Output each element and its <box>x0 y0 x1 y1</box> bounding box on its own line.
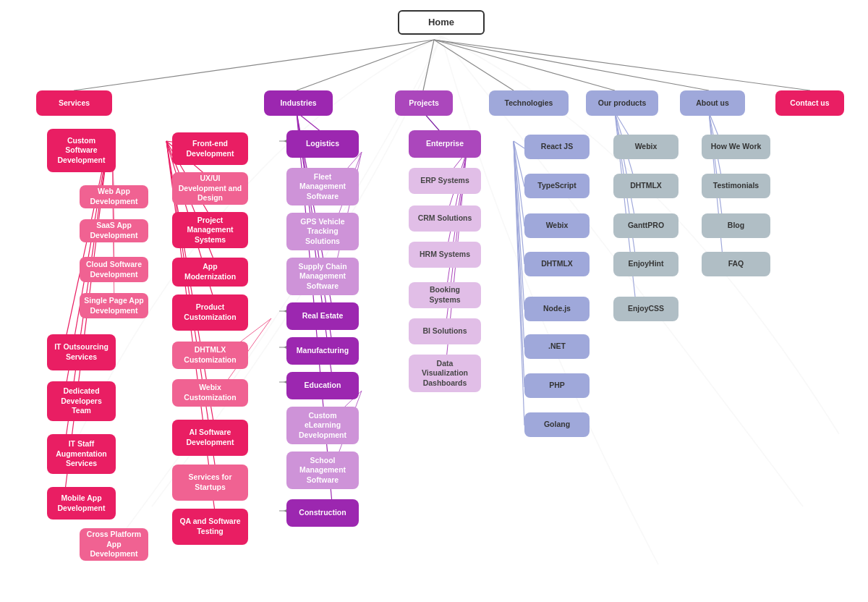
service-webix-custom[interactable]: Webix Customization <box>172 379 248 407</box>
project-bi[interactable]: BI Solutions <box>409 318 481 344</box>
service-dhtmlx-custom[interactable]: DHTMLX Customization <box>172 342 248 369</box>
industry-supply-chain[interactable]: Supply Chain Management Software <box>286 258 359 295</box>
service-single-page[interactable]: Single Page App Development <box>80 293 148 318</box>
industry-logistics[interactable]: Logistics <box>286 130 359 158</box>
project-enterprise[interactable]: Enterprise <box>409 130 481 158</box>
site-map-chart: Home Services Industries Projects Techno… <box>7 0 861 579</box>
industry-construction[interactable]: Construction <box>286 499 359 527</box>
svg-line-46 <box>514 141 524 264</box>
service-mobile-app[interactable]: Mobile App Development <box>47 487 116 520</box>
nav-technologies[interactable]: Technologies <box>489 90 569 116</box>
project-data-viz[interactable]: Data Visualization Dashboards <box>409 355 481 392</box>
svg-line-3 <box>434 40 514 90</box>
service-saas-app[interactable]: SaaS App Development <box>80 219 148 242</box>
svg-line-8 <box>62 141 109 355</box>
svg-line-48 <box>514 141 524 347</box>
tech-golang[interactable]: Golang <box>524 412 590 437</box>
project-booking[interactable]: Booking Systems <box>409 282 481 308</box>
svg-line-47 <box>514 141 524 310</box>
tech-php[interactable]: PHP <box>524 373 590 398</box>
product-ganttpro[interactable]: GanttPRO <box>613 213 678 238</box>
service-app-modern[interactable]: App Modernization <box>172 258 248 287</box>
svg-line-58 <box>709 112 723 226</box>
tech-webix[interactable]: Webix <box>524 213 590 238</box>
svg-line-49 <box>514 141 524 387</box>
nav-projects[interactable]: Projects <box>395 90 453 116</box>
service-frontend[interactable]: Front-end Development <box>172 132 248 165</box>
svg-line-5 <box>434 40 709 90</box>
service-product-custom[interactable]: Product Customization <box>172 294 248 331</box>
svg-line-44 <box>514 141 524 187</box>
tech-dotnet[interactable]: .NET <box>524 334 590 359</box>
project-crm[interactable]: CRM Solutions <box>409 205 481 232</box>
service-cloud-software[interactable]: Cloud Software Development <box>80 257 148 282</box>
nav-industries[interactable]: Industries <box>264 90 333 116</box>
nav-about-us[interactable]: About us <box>680 90 745 116</box>
project-erp[interactable]: ERP Systems <box>409 168 481 194</box>
product-dhtmlx[interactable]: DHTMLX <box>613 174 678 198</box>
project-hrm[interactable]: HRM Systems <box>409 242 481 268</box>
svg-line-50 <box>514 141 524 425</box>
industry-gps-vehicle[interactable]: GPS Vehicle Tracking Solutions <box>286 213 359 250</box>
service-ai-software[interactable]: AI Software Development <box>172 420 248 456</box>
tech-react-js[interactable]: React JS <box>524 135 590 159</box>
service-custom-software[interactable]: Custom Software Development <box>47 129 116 172</box>
service-it-staff[interactable]: IT Staff Augmentation Services <box>47 434 116 474</box>
industry-school-mgmt[interactable]: School Management Software <box>286 452 359 489</box>
product-enjoyhint[interactable]: EnjoyHint <box>613 252 678 276</box>
industry-fleet-mgmt[interactable]: Fleet Management Software <box>286 168 359 205</box>
tech-typescript[interactable]: TypeScript <box>524 174 590 198</box>
about-testimonials[interactable]: Testimonials <box>702 174 770 198</box>
about-how-we-work[interactable]: How We Work <box>702 135 770 159</box>
nav-services[interactable]: Services <box>36 90 112 116</box>
product-enjoycss[interactable]: EnjoyCSS <box>613 297 678 321</box>
svg-line-6 <box>434 40 810 90</box>
industry-real-estate[interactable]: Real Estate <box>286 302 359 330</box>
industry-manufacturing[interactable]: Manufacturing <box>286 337 359 365</box>
service-cross-platform[interactable]: Cross Platform App Development <box>80 528 148 561</box>
service-dedicated-dev[interactable]: Dedicated Developers Team <box>47 381 116 421</box>
service-ux-ui[interactable]: UX/UI Development and Design <box>172 172 248 205</box>
nav-our-products[interactable]: Our products <box>586 90 658 116</box>
nav-contact-us[interactable]: Contact us <box>775 90 844 116</box>
product-webix[interactable]: Webix <box>613 135 678 159</box>
home-node[interactable]: Home <box>398 10 485 35</box>
about-blog[interactable]: Blog <box>702 213 770 238</box>
tech-nodejs[interactable]: Node.js <box>524 297 590 321</box>
about-faq[interactable]: FAQ <box>702 252 770 276</box>
service-startups[interactable]: Services for Startups <box>172 465 248 501</box>
tech-dhtmlx[interactable]: DHTMLX <box>524 252 590 276</box>
svg-line-1 <box>297 40 434 90</box>
industry-education[interactable]: Education <box>286 372 359 399</box>
svg-line-2 <box>423 40 434 90</box>
service-web-app[interactable]: Web App Development <box>80 185 148 208</box>
svg-line-43 <box>514 141 524 148</box>
industry-custom-elearning[interactable]: Custom eLearning Development <box>286 407 359 444</box>
svg-line-45 <box>514 141 524 226</box>
svg-line-0 <box>74 40 434 90</box>
service-it-outsourcing[interactable]: IT Outsourcing Services <box>47 334 116 370</box>
svg-line-4 <box>434 40 615 90</box>
service-qa-testing[interactable]: QA and Software Testing <box>172 509 248 545</box>
service-project-mgmt[interactable]: Project Management Systems <box>172 212 248 248</box>
svg-line-53 <box>615 112 637 226</box>
